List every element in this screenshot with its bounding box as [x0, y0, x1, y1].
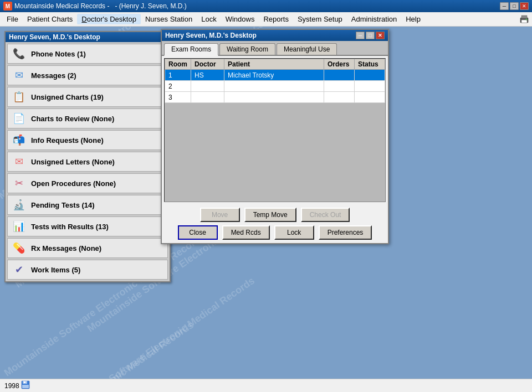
- unsigned-letters-icon: ✉: [11, 154, 27, 169]
- close-app-button[interactable]: ✕: [520, 2, 529, 10]
- info-requests-icon: 📬: [11, 132, 27, 148]
- rx-messages-icon: 💊: [11, 240, 27, 256]
- charts-review-icon: 📄: [11, 111, 27, 126]
- exam-table: Room Doctor Patient Orders Status 1HSMic…: [165, 59, 385, 103]
- phone-notes-icon: 📞: [11, 46, 27, 61]
- menu-administration[interactable]: Administration: [347, 14, 401, 24]
- cell-room: 2: [165, 81, 191, 92]
- exam-window: Henry Seven, M.D.'s Desktop ─ □ ✕ Exam R…: [161, 29, 389, 244]
- menu-lock[interactable]: Lock: [197, 14, 221, 24]
- charts-review-label: Charts to Review (None): [31, 115, 114, 123]
- messages-label: Messages (2): [31, 71, 76, 80]
- lock-button[interactable]: Lock: [274, 225, 314, 240]
- unsigned-charts-item[interactable]: 📋 Unsigned Charts (19): [7, 87, 168, 107]
- messages-icon: ✉: [11, 68, 27, 83]
- menu-nurses-station[interactable]: Nurses Station: [141, 14, 197, 24]
- col-doctor: Doctor: [191, 59, 224, 70]
- exam-close-button[interactable]: ✕: [376, 32, 385, 39]
- cell-doctor: [191, 92, 224, 103]
- cell-orders: [324, 81, 355, 92]
- svg-point-3: [526, 18, 528, 20]
- desktop-panel-title: Henry Seven, M.D.'s Desktop: [6, 32, 170, 42]
- status-save-icon[interactable]: [21, 380, 30, 391]
- preferences-button[interactable]: Preferences: [319, 225, 372, 240]
- cell-doctor: HS: [191, 70, 224, 81]
- svg-rect-2: [521, 20, 527, 23]
- col-status: Status: [355, 59, 385, 70]
- exam-table-container: Room Doctor Patient Orders Status 1HSMic…: [164, 58, 386, 202]
- exam-window-titlebar: Henry Seven, M.D.'s Desktop ─ □ ✕: [162, 30, 388, 41]
- check-out-button[interactable]: Check Out: [301, 208, 350, 222]
- open-procedures-icon: ✂: [11, 176, 27, 191]
- med-rcds-button[interactable]: Med Rcds: [222, 225, 270, 240]
- pending-tests-label: Pending Tests (14): [31, 201, 95, 209]
- titlebar-buttons: ─ □ ✕: [500, 2, 529, 10]
- exam-maximize-button[interactable]: □: [366, 32, 375, 39]
- cell-patient: Michael Trotsky: [224, 70, 324, 81]
- phone-notes-item[interactable]: 📞 Phone Notes (1): [7, 44, 168, 64]
- unsigned-charts-label: Unsigned Charts (19): [31, 93, 104, 101]
- cell-status: [355, 70, 385, 81]
- tabs-row: Exam Rooms Waiting Room Meaningful Use: [162, 41, 388, 56]
- table-row[interactable]: 3: [165, 92, 385, 103]
- pending-tests-item[interactable]: 🔬 Pending Tests (14): [7, 195, 168, 215]
- desktop-panel: Henry Seven, M.D.'s Desktop 📞 Phone Note…: [4, 31, 171, 282]
- col-room: Room: [165, 59, 191, 70]
- col-patient: Patient: [224, 59, 324, 70]
- status-year: 1998: [4, 382, 19, 390]
- menu-reports[interactable]: Reports: [259, 14, 293, 24]
- col-orders: Orders: [324, 59, 355, 70]
- btn-row-1: Move Temp Move Check Out: [166, 208, 383, 222]
- menubar: File Patient Charts Doctor's Desktop Nur…: [0, 12, 532, 27]
- menu-system-setup[interactable]: System Setup: [293, 14, 347, 24]
- menu-file[interactable]: File: [2, 14, 23, 24]
- svg-rect-1: [521, 16, 527, 18]
- tab-waiting-room[interactable]: Waiting Room: [219, 43, 275, 55]
- minimize-button[interactable]: ─: [500, 2, 509, 10]
- work-items-label: Work Items (5): [31, 266, 80, 274]
- tests-results-item[interactable]: 📊 Tests with Results (13): [7, 216, 168, 236]
- exam-minimize-button[interactable]: ─: [356, 32, 365, 39]
- tests-results-icon: 📊: [11, 219, 27, 234]
- rx-messages-item[interactable]: 💊 Rx Messages (None): [7, 238, 168, 258]
- maximize-button[interactable]: □: [510, 2, 519, 10]
- svg-rect-7: [22, 385, 29, 388]
- menu-patient-charts[interactable]: Patient Charts: [23, 14, 77, 24]
- temp-move-button[interactable]: Temp Move: [244, 208, 296, 222]
- menu-windows[interactable]: Windows: [221, 14, 259, 24]
- app-icon: M: [3, 2, 12, 11]
- cell-orders: [324, 70, 355, 81]
- messages-item[interactable]: ✉ Messages (2): [7, 65, 168, 85]
- desktop-area: Henry Seven, M.D.'s Desktop 📞 Phone Note…: [0, 27, 532, 379]
- cell-status: [355, 92, 385, 103]
- close-button[interactable]: Close: [178, 225, 218, 240]
- cell-orders: [324, 92, 355, 103]
- table-row[interactable]: 1HSMichael Trotsky: [165, 70, 385, 81]
- cell-room: 3: [165, 92, 191, 103]
- unsigned-letters-item[interactable]: ✉ Unsigned Letters (None): [7, 152, 168, 172]
- work-items-item[interactable]: ✔ Work Items (5): [7, 260, 168, 280]
- move-button[interactable]: Move: [200, 208, 240, 222]
- exam-window-title: Henry Seven, M.D.'s Desktop: [165, 32, 257, 39]
- menu-help[interactable]: Help: [401, 14, 425, 24]
- unsigned-charts-icon: 📋: [11, 89, 27, 105]
- unsigned-letters-label: Unsigned Letters (None): [31, 158, 115, 166]
- tab-exam-rooms[interactable]: Exam Rooms: [164, 43, 218, 56]
- btn-row-2: Close Med Rcds Lock Preferences: [166, 225, 383, 240]
- app-title: Mountainside Medical Records - - (Henry …: [14, 2, 500, 10]
- table-row[interactable]: 2: [165, 81, 385, 92]
- statusbar: 1998: [0, 379, 532, 392]
- tab-meaningful-use[interactable]: Meaningful Use: [277, 43, 337, 55]
- cell-room: 1: [165, 70, 191, 81]
- rx-messages-label: Rx Messages (None): [31, 244, 101, 252]
- info-requests-item[interactable]: 📬 Info Requests (None): [7, 130, 168, 150]
- charts-review-item[interactable]: 📄 Charts to Review (None): [7, 109, 168, 128]
- menu-doctors-desktop[interactable]: Doctor's Desktop: [77, 14, 141, 24]
- info-requests-label: Info Requests (None): [31, 136, 104, 145]
- work-items-icon: ✔: [11, 262, 27, 277]
- exam-titlebar-buttons: ─ □ ✕: [356, 32, 385, 39]
- printer-icon[interactable]: [519, 14, 530, 24]
- open-procedures-item[interactable]: ✂ Open Procedures (None): [7, 173, 168, 193]
- cell-doctor: [191, 81, 224, 92]
- pending-tests-icon: 🔬: [11, 197, 27, 213]
